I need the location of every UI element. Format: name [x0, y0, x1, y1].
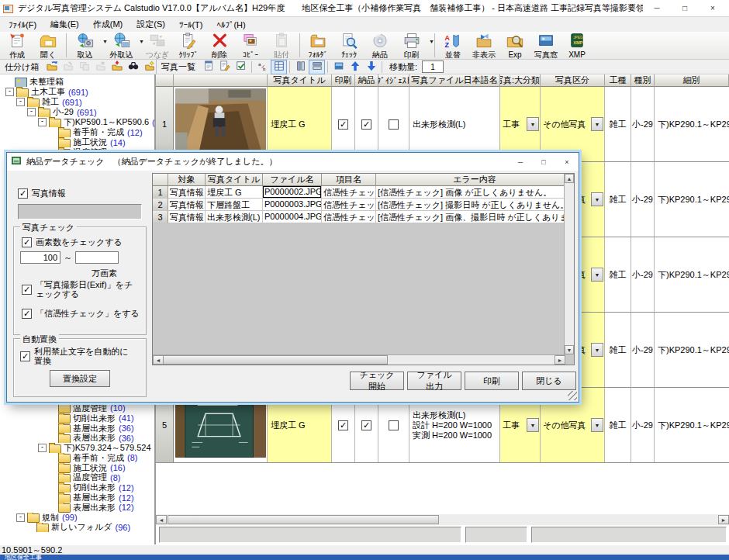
- menu-item-help[interactable]: ﾍﾙﾌﾟ(H): [209, 19, 252, 31]
- tree-item[interactable]: 切削出来形(41): [2, 413, 154, 423]
- error-row[interactable]: 3写真情報出来形検測(L)P0000004.JPG信憑性チェック[信憑性チェック…: [153, 211, 574, 223]
- photolist-grid-view-button[interactable]: [271, 60, 287, 74]
- error-title-cell[interactable]: 下層路盤工: [206, 199, 263, 211]
- delivery-checkbox-cell[interactable]: ✓: [355, 87, 378, 161]
- tree-item[interactable]: 新しいフォルダ(96): [2, 523, 154, 533]
- photolist-vertical-view-button[interactable]: [292, 60, 309, 74]
- tree-item[interactable]: 基層出来形(12): [2, 493, 154, 503]
- tree-item[interactable]: 表層出来形(36): [2, 433, 154, 443]
- tree-item[interactable]: -雑工(691): [2, 97, 154, 107]
- sortbox-auto-distribute-button[interactable]: [141, 60, 157, 74]
- pixel-count-checkbox[interactable]: ✓ 画素数をチェックする: [22, 237, 123, 248]
- dialog-close-button[interactable]: ×: [555, 153, 579, 171]
- tree-expander-icon[interactable]: -: [38, 444, 47, 452]
- work-type-cell[interactable]: 雑工: [605, 388, 631, 462]
- toolbar-delete-button[interactable]: 削除: [204, 33, 235, 59]
- pixel-max-input[interactable]: [75, 251, 119, 264]
- sortbox-search-button[interactable]: [125, 60, 141, 74]
- toolbar-print-button[interactable]: 印刷▼: [396, 33, 432, 59]
- scroll-left-icon[interactable]: ◄: [153, 355, 164, 365]
- resize-grip-icon[interactable]: [568, 391, 577, 400]
- photolist-multi-check-button[interactable]: [233, 60, 249, 74]
- photolist-edit-info-button[interactable]: [216, 60, 233, 74]
- photolist-properties-button[interactable]: [200, 60, 216, 74]
- tree-item[interactable]: -小-29(691): [2, 107, 154, 117]
- toolbar-copy-button[interactable]: ｺﾋﾟｰ: [235, 33, 266, 59]
- tree-item[interactable]: -下)K579.324～579.524(): [2, 443, 154, 453]
- error-target-cell[interactable]: 写真情報: [168, 186, 206, 199]
- error-row[interactable]: 1写真情報埋戻工 GP0000002.JPG信憑性チェック[信憑性チェック] 画…: [153, 186, 574, 199]
- tree-expander-icon[interactable]: -: [16, 513, 25, 522]
- dropdown-arrow-icon[interactable]: ▼: [591, 268, 603, 282]
- work-type-cell[interactable]: 雑工: [605, 313, 631, 387]
- dialog-maximize-button[interactable]: □: [532, 153, 555, 171]
- photolist-sort-order-button[interactable]: ab: [254, 60, 271, 74]
- maximize-button[interactable]: □: [671, 0, 699, 16]
- detail-cell[interactable]: 下)KP290.1～KP290: [655, 388, 729, 462]
- menu-item-edit[interactable]: 編集(E): [43, 17, 86, 32]
- toolbar-hide-button[interactable]: 非表示: [468, 33, 499, 59]
- error-content-cell[interactable]: [信憑性チェック] 撮影日時 が正しくありません。: [376, 199, 574, 211]
- dropdown-arrow-icon[interactable]: ▼: [591, 418, 603, 432]
- toolbar-deliver-button[interactable]: 納品: [364, 33, 396, 59]
- tree-item[interactable]: 施工状況(16): [2, 463, 154, 473]
- tree-item[interactable]: -下)KP590.1～KP590.6(3): [2, 117, 154, 127]
- photolist-horizontal-view-button[interactable]: [309, 60, 325, 74]
- scroll-left-icon[interactable]: ◄: [156, 515, 167, 524]
- print-button[interactable]: 印刷: [465, 372, 519, 390]
- scroll-down-icon[interactable]: ▼: [565, 345, 574, 354]
- dropdown-arrow-icon[interactable]: ▼: [591, 117, 603, 131]
- checkbox-checked-icon[interactable]: ✓: [361, 420, 371, 430]
- dropdown-arrow-icon[interactable]: ▼: [591, 343, 603, 357]
- type-cell[interactable]: 小-29: [631, 87, 655, 161]
- photolist-photo-pane-button[interactable]: [330, 60, 347, 74]
- detail-cell[interactable]: 下)KP290.1～KP290: [655, 87, 729, 161]
- scroll-up-icon[interactable]: ▲: [565, 174, 574, 183]
- photo-thumbnail[interactable]: [174, 87, 268, 161]
- toolbar-check-button[interactable]: ﾁｪｯｸ: [333, 33, 364, 59]
- tree-item[interactable]: 未整理箱: [2, 77, 154, 87]
- dropdown-arrow-icon[interactable]: ▼: [591, 192, 603, 206]
- sortbox-extract-box-button[interactable]: [109, 60, 125, 74]
- checkbox-checked-icon[interactable]: ✓: [22, 237, 32, 247]
- tree-item[interactable]: 施工状況(14): [2, 137, 154, 147]
- tree-expander-icon[interactable]: -: [27, 108, 36, 116]
- photo-title-cell[interactable]: 埋戻工 G: [268, 87, 332, 161]
- photo-kubun-cell[interactable]: その他写真▼: [541, 87, 605, 161]
- tree-expander-icon[interactable]: -: [38, 118, 47, 126]
- scroll-right-icon[interactable]: ►: [718, 515, 729, 524]
- error-target-cell[interactable]: 写真情報: [168, 211, 206, 223]
- tree-expander-icon[interactable]: -: [16, 98, 25, 106]
- exif-date-checkbox[interactable]: ✓ 「写真撮影日(Exif)」をチェックする: [22, 280, 138, 299]
- scrollbar-thumb[interactable]: [168, 515, 439, 524]
- error-item-cell[interactable]: 信憑性チェック: [322, 199, 376, 211]
- photolist-move-down-button[interactable]: [363, 60, 379, 74]
- detail-cell[interactable]: 下)KP290.1～KP290: [655, 162, 729, 237]
- dropdown-arrow-icon[interactable]: ▼: [527, 117, 539, 131]
- error-title-cell[interactable]: 埋戻工 G: [206, 186, 263, 199]
- minimize-button[interactable]: ─: [643, 0, 671, 16]
- type-cell[interactable]: 小-29: [631, 313, 655, 387]
- replace-settings-button[interactable]: 置換設定: [50, 370, 110, 387]
- toolbar-sort-button[interactable]: AZ並替: [437, 33, 468, 59]
- scrollbar-thumb[interactable]: [163, 355, 388, 365]
- dialog-minimize-button[interactable]: ─: [509, 153, 532, 171]
- digest-checkbox-cell[interactable]: [378, 87, 409, 161]
- menu-item-settings[interactable]: 設定(S): [130, 17, 172, 32]
- file-japanese-name-cell[interactable]: 出来形検測(L): [409, 87, 500, 161]
- dropdown-arrow-icon[interactable]: ▼: [429, 39, 434, 44]
- error-file-cell[interactable]: P0000004.JPG: [263, 211, 322, 223]
- checkbox-checked-icon[interactable]: ✓: [22, 309, 32, 319]
- menu-item-file[interactable]: ﾌｧｲﾙ(F): [2, 19, 43, 31]
- tree-item[interactable]: 着手前・完成(8): [2, 453, 154, 463]
- start-check-button[interactable]: チェック開始: [350, 372, 404, 390]
- type-cell[interactable]: 小-29: [631, 388, 655, 462]
- detail-cell[interactable]: 下)KP290.1～KP290: [655, 237, 729, 312]
- auto-replace-checkbox[interactable]: ✓ 利用禁止文字を自動的に置換: [20, 347, 136, 365]
- error-file-cell[interactable]: P0000002.JPG: [263, 186, 322, 199]
- tree-item[interactable]: -規制(99): [2, 513, 154, 523]
- checkbox-checked-icon[interactable]: ✓: [338, 119, 348, 130]
- detail-cell[interactable]: 下)KP290.1～KP290: [655, 313, 729, 387]
- tree-item[interactable]: 温度管理(8): [2, 473, 154, 483]
- error-item-cell[interactable]: 信憑性チェック: [322, 211, 376, 223]
